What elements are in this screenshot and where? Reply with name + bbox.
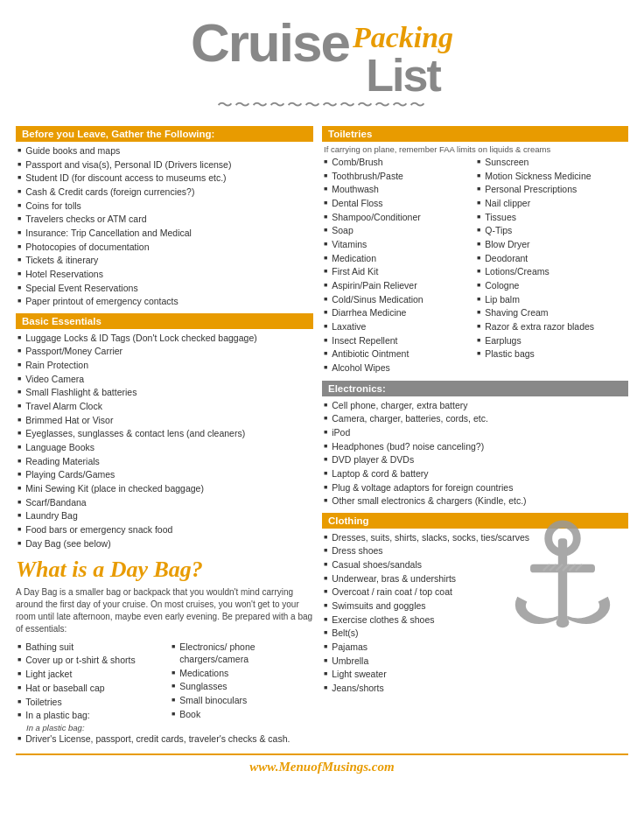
list-item: Jeans/shorts	[324, 682, 628, 694]
list-item: Bathing suit	[18, 641, 159, 653]
list-item: Shampoo/Conditioner	[324, 211, 475, 223]
basic-essentials-header: Basic Essentials	[16, 313, 313, 329]
list-item: Toothbrush/Paste	[324, 170, 475, 182]
left-column: Before you Leave, Gather the Following: …	[16, 121, 313, 746]
list-item: Day Bag (see below)	[18, 537, 313, 550]
svg-rect-1	[558, 538, 567, 622]
list-item: Shaving Cream	[477, 306, 628, 319]
list-item: Electronics/ phone chargers/camera	[172, 641, 313, 665]
list-item: Travel Alarm Clock	[18, 400, 313, 412]
list-item: iPod	[324, 426, 628, 438]
list-item: Headphones (bud? noise canceling?)	[324, 440, 628, 452]
toiletries-list1: Comb/BrushToothbrush/PasteMouthwashDenta…	[324, 156, 475, 374]
list-item: Light sweater	[324, 668, 628, 680]
list-item: Nail clipper	[477, 197, 628, 209]
list-item: Passport and visa(s), Personal ID (Drive…	[18, 158, 313, 171]
list-item: Plug & voltage adaptors for foreign coun…	[324, 481, 628, 494]
list-item: Small binoculars	[172, 694, 313, 706]
list-item: Diarrhea Medicine	[324, 306, 475, 319]
day-bag-bottom-list: Driver's License, passport, credit cards…	[18, 732, 313, 745]
list-item: Cell phone, charger, extra battery	[324, 399, 628, 411]
list-item: First Aid Kit	[324, 265, 475, 277]
list-item: Dental Floss	[324, 197, 475, 209]
list-item: Video Camera	[18, 373, 313, 385]
list-item: Paper printout of emergency contacts	[18, 295, 313, 307]
clothing-section: Dresses, suits, shirts, slacks, socks, t…	[322, 531, 628, 695]
list-item: Book	[172, 708, 313, 720]
list-item: Laptop & cord & battery	[324, 467, 628, 480]
wave-decoration: 〜〜〜〜〜〜〜〜〜〜〜〜	[16, 95, 628, 116]
list-item: Insurance: Trip Cancellation and Medical	[18, 227, 313, 239]
list-item: Lip balm	[477, 293, 628, 305]
list-item: Cologne	[477, 279, 628, 291]
basic-essentials-list: Luggage Locks & ID Tags (Don't Lock chec…	[18, 332, 313, 550]
list-item: Mouthwash	[324, 183, 475, 195]
list-item: Coins for tolls	[18, 200, 313, 212]
day-bag-sub: In a plastic bag:	[26, 723, 159, 732]
day-bag-col1: Bathing suitCover up or t-shirt & shorts…	[16, 641, 159, 732]
list-item: Earplugs	[477, 334, 628, 347]
list-item: Deodorant	[477, 252, 628, 264]
list-item: Student ID (for discount access to museu…	[18, 172, 313, 184]
main-content: Before you Leave, Gather the Following: …	[16, 121, 628, 746]
list-item: Q-Tips	[477, 224, 628, 236]
list-item: Alcohol Wipes	[324, 361, 475, 374]
list-item: Camera, charger, batteries, cords, etc.	[324, 412, 628, 424]
footer-url: www.MenuofMusings.com	[16, 760, 628, 774]
list-item: Medication	[324, 252, 475, 264]
list-item: Reading Materials	[18, 455, 313, 467]
list-item: Sunglasses	[172, 680, 313, 692]
right-column: Toiletries If carrying on plane, remembe…	[322, 121, 628, 746]
list-item: Tickets & itinerary	[18, 254, 313, 266]
toiletries-list2: SunscreenMotion Sickness MedicinePersona…	[477, 156, 628, 361]
list-item: Cash & Credit cards (foreign currencies?…	[18, 186, 313, 198]
list-item: Soap	[324, 224, 475, 236]
toiletries-sub-note: If carrying on plane, remember FAA limit…	[322, 144, 628, 154]
list-item: Luggage Locks & ID Tags (Don't Lock chec…	[18, 332, 313, 344]
toiletries-header: Toiletries	[322, 126, 628, 142]
list-item: Cover up or t-shirt & shorts	[18, 654, 159, 666]
list-item: Food bars or emergency snack food	[18, 523, 313, 536]
list-item: Rain Protection	[18, 359, 313, 371]
svg-point-3	[556, 618, 570, 628]
anchor-decoration	[497, 519, 628, 668]
list-item: Scarf/Bandana	[18, 496, 313, 508]
toiletries-col2: SunscreenMotion Sickness MedicinePersona…	[475, 156, 628, 375]
list-item: Eyeglasses, sunglasses & contact lens (a…	[18, 427, 313, 439]
list-item: Personal Prescriptions	[477, 183, 628, 195]
list-item: Comb/Brush	[324, 156, 475, 168]
list-item: Driver's License, passport, credit cards…	[18, 732, 313, 745]
list-item: Photocopies of documentation	[18, 241, 313, 253]
list-item: Travelers checks or ATM card	[18, 213, 313, 225]
title-list: List	[353, 53, 453, 98]
list-item: Blow Dryer	[477, 238, 628, 250]
list-item: Sunscreen	[477, 156, 628, 168]
day-bag-col2: Electronics/ phone chargers/cameraMedica…	[170, 641, 313, 732]
list-item: Cold/Sinus Medication	[324, 293, 475, 305]
list-item: Passport/Money Carrier	[18, 345, 313, 357]
list-item: Light jacket	[18, 668, 159, 680]
electronics-header: Electronics:	[322, 381, 628, 396]
list-item: Laundry Bag	[18, 509, 313, 522]
list-item: Razor & extra razor blades	[477, 320, 628, 333]
list-item: Toiletries	[18, 696, 159, 708]
title-cruise: Cruise	[191, 16, 349, 70]
header: Cruise Packing List 〜〜〜〜〜〜〜〜〜〜〜〜	[16, 9, 628, 121]
list-item: In a plastic bag:	[18, 709, 159, 721]
list-item: Insect Repellent	[324, 334, 475, 347]
footer: www.MenuofMusings.com	[16, 753, 628, 774]
before-leave-list: Guide books and mapsPassport and visa(s)…	[18, 144, 313, 308]
list-item: Guide books and maps	[18, 144, 313, 157]
list-item: DVD player & DVDs	[324, 453, 628, 466]
day-bag-section: What is a Day Bag? A Day Bag is a smalle…	[16, 557, 313, 745]
list-item: Antibiotic Ointment	[324, 347, 475, 360]
list-item: Laxative	[324, 320, 475, 333]
list-item: Vitamins	[324, 238, 475, 250]
list-item: Small Flashlight & batteries	[18, 386, 313, 398]
list-item: Aspirin/Pain Reliever	[324, 279, 475, 291]
electronics-list: Cell phone, charger, extra batteryCamera…	[324, 399, 628, 508]
list-item: Brimmed Hat or Visor	[18, 414, 313, 426]
page: Cruise Packing List 〜〜〜〜〜〜〜〜〜〜〜〜 Before …	[0, 0, 644, 834]
toiletries-col1: Comb/BrushToothbrush/PasteMouthwashDenta…	[322, 156, 475, 375]
list-item: Hat or baseball cap	[18, 682, 159, 694]
